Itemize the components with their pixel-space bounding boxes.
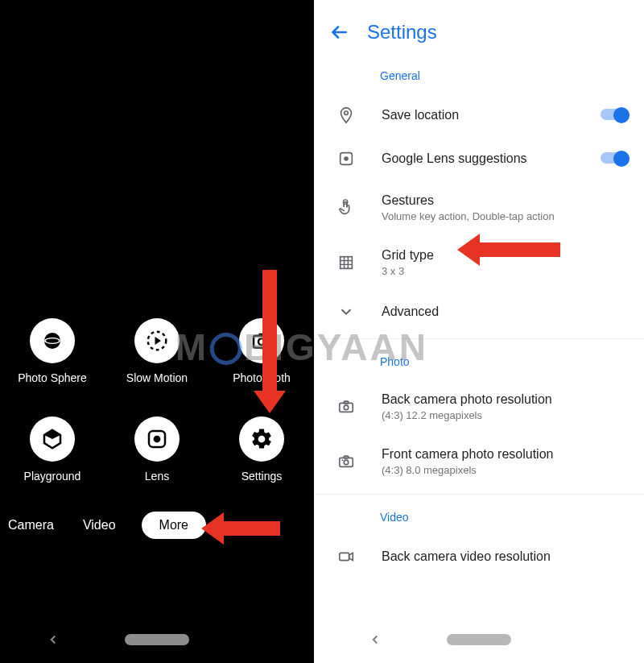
location-pin-icon xyxy=(328,106,364,124)
lens-square-icon xyxy=(328,150,364,168)
svg-point-2 xyxy=(46,338,59,343)
nav-back-icon[interactable] xyxy=(368,632,382,647)
row-advanced[interactable]: Advanced xyxy=(314,290,644,334)
mode-label: Photobooth xyxy=(233,371,291,384)
mode-label: Settings xyxy=(242,470,283,483)
back-arrow-icon[interactable] xyxy=(328,22,349,43)
svg-point-12 xyxy=(345,111,349,115)
row-sublabel: Volume key action, Double-tap action xyxy=(382,210,630,222)
row-back-photo-res[interactable]: Back camera photo resolution (4:3) 12.2 … xyxy=(314,379,644,434)
section-general: General xyxy=(314,58,644,93)
row-save-location[interactable]: Save location xyxy=(314,93,644,137)
row-label: Back camera video resolution xyxy=(382,549,630,564)
mode-label: Photo Sphere xyxy=(18,371,87,384)
toggle-lens-suggestions[interactable] xyxy=(601,151,630,167)
svg-rect-17 xyxy=(340,403,353,412)
mode-photo-sphere[interactable]: Photo Sphere xyxy=(4,318,101,384)
tab-more-active[interactable]: More xyxy=(142,512,206,539)
row-gestures[interactable]: Gestures Volume key action, Double-tap a… xyxy=(314,180,644,235)
svg-point-14 xyxy=(344,156,349,161)
nav-back-icon[interactable] xyxy=(46,632,60,647)
svg-rect-24 xyxy=(340,553,349,560)
slowmo-icon xyxy=(134,318,180,363)
svg-point-11 xyxy=(154,436,161,443)
row-grid-type[interactable]: Grid type 3 x 3 xyxy=(314,235,644,290)
mode-settings[interactable]: Settings xyxy=(213,416,310,483)
mode-slow-motion[interactable]: Slow Motion xyxy=(109,318,205,384)
camera-more-panel: Photo Sphere Slow Motion Photobooth xyxy=(0,0,314,663)
toggle-save-location[interactable] xyxy=(601,107,630,123)
row-back-video-res[interactable]: Back camera video resolution xyxy=(314,535,644,578)
nav-home-pill[interactable] xyxy=(447,634,511,645)
mode-playground[interactable]: Playground xyxy=(4,416,101,483)
section-video: Video xyxy=(314,499,644,535)
svg-rect-23 xyxy=(344,456,349,458)
mode-label: Playground xyxy=(24,470,81,483)
row-sublabel: 3 x 3 xyxy=(382,265,630,277)
svg-point-21 xyxy=(344,460,349,465)
camera-front-icon xyxy=(328,453,364,470)
camera-tabs: Camera Video More xyxy=(0,512,314,539)
svg-point-18 xyxy=(344,405,349,410)
camera-modes-grid: Photo Sphere Slow Motion Photobooth xyxy=(0,318,314,483)
svg-marker-4 xyxy=(155,337,162,345)
settings-appbar: Settings xyxy=(314,0,644,58)
mode-photobooth[interactable]: Photobooth xyxy=(213,318,310,384)
playground-icon xyxy=(30,416,75,462)
nav-bar-left xyxy=(0,632,314,647)
row-label: Front camera photo resolution xyxy=(382,447,630,462)
tab-camera[interactable]: Camera xyxy=(5,512,57,539)
grid-icon xyxy=(328,254,364,271)
video-icon xyxy=(328,548,364,566)
chevron-down-icon xyxy=(328,303,364,321)
row-front-photo-res[interactable]: Front camera photo resolution (4:3) 8.0 … xyxy=(314,434,644,489)
mode-label: Lens xyxy=(145,470,169,483)
row-lens-suggestions[interactable]: Google Lens suggestions xyxy=(314,137,644,180)
svg-point-6 xyxy=(258,338,265,345)
row-label: Advanced xyxy=(382,305,630,319)
page-title: Settings xyxy=(367,21,437,44)
sphere-icon xyxy=(30,318,75,363)
gear-icon xyxy=(239,416,284,462)
row-sublabel: (4:3) 12.2 megapixels xyxy=(382,409,630,421)
nav-bar-right xyxy=(314,632,644,647)
svg-point-22 xyxy=(342,459,344,461)
divider xyxy=(314,494,644,495)
touch-icon xyxy=(328,199,364,217)
row-label: Gestures xyxy=(382,193,630,208)
row-label: Save location xyxy=(382,108,583,122)
svg-marker-9 xyxy=(44,430,60,439)
divider xyxy=(314,338,644,339)
row-label: Grid type xyxy=(382,248,630,263)
section-photo: Photo xyxy=(314,344,644,379)
row-label: Back camera photo resolution xyxy=(382,392,630,407)
camera-rear-icon xyxy=(328,398,364,416)
nav-home-pill[interactable] xyxy=(125,634,189,645)
row-label: Google Lens suggestions xyxy=(382,151,583,166)
svg-rect-20 xyxy=(340,458,353,466)
tab-video[interactable]: Video xyxy=(80,512,119,539)
mode-lens[interactable]: Lens xyxy=(109,416,205,483)
svg-rect-19 xyxy=(344,401,349,404)
lens-icon xyxy=(134,416,180,462)
mode-label: Slow Motion xyxy=(126,371,188,384)
svg-rect-7 xyxy=(258,334,265,337)
svg-rect-16 xyxy=(341,257,353,269)
settings-panel: Settings General Save location Google Le… xyxy=(314,0,644,663)
row-sublabel: (4:3) 8.0 megapixels xyxy=(382,464,630,476)
photobooth-icon xyxy=(239,318,284,363)
